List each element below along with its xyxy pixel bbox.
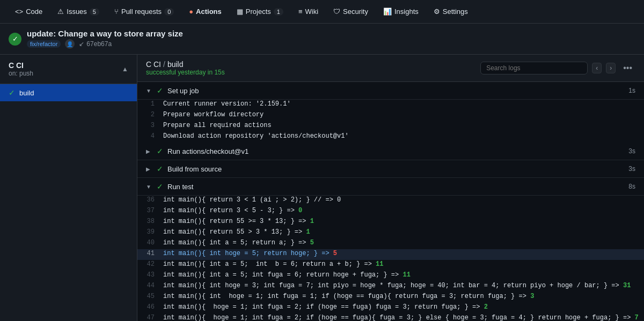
- build-status-icon: ✓: [9, 88, 15, 97]
- code-line: 46 int main(){ hoge = 1; int fuga = 2; i…: [137, 303, 644, 313]
- step-time: 8s: [628, 183, 635, 190]
- sidebar-title: C CI: [9, 61, 33, 70]
- step-checkout[interactable]: ▶ ✓ Run actions/checkout@v1 3s: [137, 143, 644, 160]
- nav-security[interactable]: 🛡 Security: [327, 3, 375, 20]
- nav-actions[interactable]: ● Actions: [182, 3, 228, 20]
- step-success-icon: ✓: [157, 165, 163, 173]
- git-icon: ↙: [79, 40, 84, 48]
- log-area[interactable]: ▼ ✓ Set up job 1s 1 Current runner versi…: [137, 82, 644, 321]
- step-toggle-icon: ▶: [146, 148, 152, 154]
- code-line: 38 int main(){ return 55 >= 3 * 13; } =>…: [137, 217, 644, 228]
- code-line: 37 int main(){ return 3 < 5 - 3; } => 0: [137, 206, 644, 217]
- breadcrumb: C CI / build: [146, 60, 225, 69]
- main-layout: C CI on: push ▲ ✓ build C CI / build suc…: [0, 55, 644, 321]
- nav-wiki[interactable]: ≡ Wiki: [292, 3, 325, 20]
- settings-icon: ⚙: [434, 8, 440, 16]
- sidebar-subtitle: on: push: [9, 70, 33, 77]
- chevron-up-icon[interactable]: ▲: [122, 65, 128, 73]
- commit-meta: fix/refactor 👤 ↙ 67eb67a: [27, 39, 635, 49]
- step-success-icon: ✓: [157, 147, 163, 155]
- security-icon: 🛡: [333, 8, 340, 16]
- prev-log-button[interactable]: ‹: [592, 63, 602, 73]
- step-name: Build from source: [167, 165, 624, 173]
- nav-insights[interactable]: 📊 Insights: [377, 3, 425, 20]
- test-code-section: 36 int main(){ return 3 < 1 (ai ; > 2); …: [137, 196, 644, 321]
- step-time: 3s: [628, 165, 635, 173]
- step-success-icon: ✓: [157, 182, 163, 191]
- avatar: 👤: [65, 39, 75, 49]
- setup-code-section: 1 Current runner version: '2.159.1' 2 Pr…: [137, 100, 644, 143]
- step-setup-job[interactable]: ▼ ✓ Set up job 1s: [137, 82, 644, 100]
- projects-badge: 1: [274, 8, 283, 16]
- breadcrumb-parent[interactable]: C CI: [146, 60, 161, 69]
- breadcrumb-separator: /: [163, 60, 165, 69]
- commit-status-icon: ✓: [9, 33, 21, 46]
- sidebar-header: C CI on: push ▲: [0, 55, 137, 84]
- step-toggle-icon: ▶: [146, 166, 152, 172]
- search-logs-input[interactable]: [480, 62, 588, 74]
- code-line: 43 int main(){ int a = 5; int fuga = 6; …: [137, 271, 644, 281]
- code-line: 44 int main(){ int hoge = 3; int fuga = …: [137, 281, 644, 292]
- step-name: Run test: [167, 183, 624, 191]
- more-options-button[interactable]: •••: [620, 62, 635, 74]
- nav-code[interactable]: <> Code: [9, 3, 49, 20]
- top-navigation: <> Code ⚠ Issues 5 ⑂ Pull requests 0 ● A…: [0, 0, 644, 24]
- nav-settings[interactable]: ⚙ Settings: [427, 3, 474, 20]
- code-line: 45 int main(){ int hoge = 1; int fuga = …: [137, 292, 644, 303]
- code-line: 42 int main(){ int a = 5; int b = 6; ret…: [137, 260, 644, 271]
- next-log-button[interactable]: ›: [606, 63, 616, 73]
- nav-projects[interactable]: ▦ Projects 1: [230, 3, 290, 20]
- branch-tag[interactable]: fix/refactor: [27, 40, 61, 48]
- content-header: C CI / build successful yesterday in 15s…: [137, 55, 644, 82]
- code-line: 36 int main(){ return 3 < 1 (ai ; > 2); …: [137, 196, 644, 206]
- header-actions: ‹ › •••: [480, 62, 635, 74]
- code-line: 2 Prepare workflow directory: [137, 110, 644, 121]
- content-area: C CI / build successful yesterday in 15s…: [137, 55, 644, 321]
- code-line: 4 Download action repository 'actions/ch…: [137, 132, 644, 143]
- step-time: 1s: [628, 87, 635, 94]
- commit-hash: ↙ 67eb67a: [79, 40, 112, 48]
- build-status: successful yesterday in 15s: [146, 69, 225, 76]
- step-toggle-icon: ▼: [146, 184, 152, 190]
- issues-badge: 5: [90, 8, 99, 16]
- projects-icon: ▦: [237, 8, 243, 16]
- sidebar-item-label: build: [19, 89, 128, 97]
- sidebar-item-build[interactable]: ✓ build: [0, 84, 137, 101]
- step-run-test[interactable]: ▼ ✓ Run test 8s: [137, 178, 644, 196]
- step-toggle-icon: ▼: [146, 88, 152, 94]
- pull-request-icon: ⑂: [114, 8, 119, 16]
- code-line: 47 int main(){ hoge = 1; int fuga = 2; i…: [137, 313, 644, 321]
- nav-issues[interactable]: ⚠ Issues 5: [51, 3, 106, 20]
- actions-icon: ●: [189, 8, 193, 16]
- insights-icon: 📊: [383, 8, 392, 16]
- code-line: 40 int main(){ int a = 5; return a; } =>…: [137, 238, 644, 249]
- step-time: 3s: [628, 147, 635, 155]
- step-build-from-source[interactable]: ▶ ✓ Build from source 3s: [137, 160, 644, 178]
- step-success-icon: ✓: [157, 86, 163, 95]
- sidebar: C CI on: push ▲ ✓ build: [0, 55, 137, 321]
- code-line: 1 Current runner version: '2.159.1': [137, 100, 644, 110]
- code-line-highlighted: 41 int main(){ int hoge = 5; return hoge…: [137, 249, 644, 260]
- breadcrumb-child: build: [167, 60, 184, 69]
- code-line: 3 Prepare all required actions: [137, 121, 644, 132]
- step-name: Run actions/checkout@v1: [167, 147, 624, 155]
- code-icon: <>: [15, 8, 23, 16]
- nav-pull-requests[interactable]: ⑂ Pull requests 0: [108, 3, 180, 20]
- step-name: Set up job: [167, 87, 624, 95]
- issues-icon: ⚠: [57, 8, 64, 16]
- code-line: 39 int main(){ return 55 > 3 * 13; } => …: [137, 228, 644, 238]
- commit-info: update: Change a way to store array size…: [27, 29, 635, 49]
- pr-badge: 0: [164, 8, 174, 16]
- commit-title: update: Change a way to store array size: [27, 29, 635, 38]
- commit-bar: ✓ update: Change a way to store array si…: [0, 24, 644, 55]
- wiki-icon: ≡: [298, 8, 303, 16]
